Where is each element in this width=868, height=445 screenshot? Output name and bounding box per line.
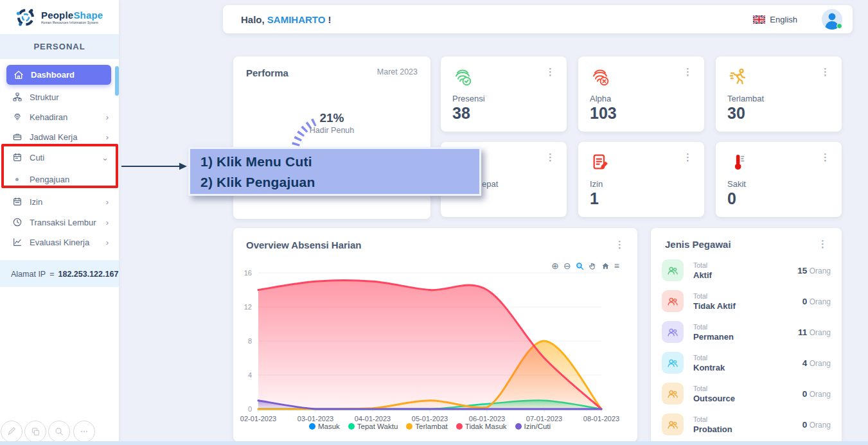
jenis-prefix: Total (693, 292, 736, 300)
kebab-menu-icon[interactable]: ⋮ (545, 67, 555, 76)
kebab-menu-icon[interactable]: ⋮ (820, 67, 830, 76)
users-icon (662, 414, 684, 435)
stat-card-sakit: ⋮ Sakit 0 (716, 142, 842, 217)
search-tool-button[interactable] (48, 421, 70, 442)
pen-tool-button[interactable] (1, 421, 22, 442)
thermometer-icon (727, 152, 748, 173)
users-icon (662, 383, 684, 405)
copy-tool-button[interactable] (24, 421, 46, 442)
chevron-right-icon: › (106, 238, 109, 247)
jenis-name: Permanen (693, 332, 734, 342)
sidebar-item-izin[interactable]: Izin › (0, 193, 119, 210)
jenis-pegawai-title: Jenis Pegawai (665, 239, 731, 250)
brand-subtitle: Human Resources Information System (41, 21, 103, 24)
more-tools-button[interactable] (73, 421, 95, 442)
tutorial-step-1: 1) Klik Menu Cuti (200, 152, 479, 172)
jenis-name: Aktif (693, 270, 712, 280)
app-logo[interactable]: PeopleShape Human Resources Information … (0, 0, 119, 33)
jenis-count: 15 Orang (797, 266, 831, 275)
sidebar-item-cuti[interactable]: Cuti ⌄ (0, 149, 119, 166)
stat-card-izin: ⋮ Izin 1 (578, 142, 704, 217)
chart-legend: MasukTepat WaktuTerlambatTidak MasukIzin… (258, 423, 601, 430)
y-axis-tick: 0 (248, 405, 252, 413)
tutorial-arrow (120, 161, 189, 172)
user-avatar[interactable] (822, 9, 842, 30)
sidebar-scrollbar-thumb[interactable] (115, 66, 119, 96)
area-chart[interactable]: 048121602-01-202303-01-202304-01-202305-… (233, 228, 637, 442)
legend-dot (406, 423, 412, 430)
jenis-row-permanen: Total Permanen 11 Orang (662, 321, 831, 343)
jenis-row-kontrak: Total Kontrak 4 Orang (662, 352, 831, 374)
kebab-menu-icon[interactable]: ⋮ (818, 239, 828, 250)
document-pencil-icon (590, 152, 610, 173)
chevron-right-icon: › (106, 112, 109, 122)
legend-item-tepat-waktu[interactable]: Tepat Waktu (348, 423, 398, 430)
sidebar-item-kehadiran[interactable]: Kehadiran › (0, 109, 119, 125)
stat-card-alpha: ⋮ Alpha 103 (578, 57, 704, 132)
ip-address-bar: Alamat IP = 182.253.122.167 (0, 260, 119, 287)
sidebar-item-struktur[interactable]: Struktur (0, 89, 119, 105)
users-icon (662, 352, 684, 374)
jenis-name: Tidak Aktif (693, 301, 736, 311)
x-axis-tick: 02-01-2023 (240, 415, 276, 423)
users-icon (662, 321, 684, 343)
jenis-name: Kontrak (693, 363, 725, 372)
org-chart-icon (12, 92, 22, 102)
x-axis-tick: 05-01-2023 (412, 415, 448, 423)
legend-dot (456, 423, 463, 430)
jenis-count: 0 Orang (802, 389, 831, 399)
kebab-menu-icon[interactable]: ⋮ (683, 67, 693, 76)
legend-item-masuk[interactable]: Masuk (309, 423, 340, 430)
fingerprint-check-icon (452, 67, 473, 87)
sidebar-item-evaluasi-kinerja[interactable]: Evaluasi Kinerja › (0, 234, 119, 250)
chevron-right-icon: › (106, 197, 109, 207)
stat-card-terlambat: ⋮ Terlambat 30 (716, 57, 842, 132)
ip-address-value: 182.253.122.167 (58, 270, 119, 279)
jenis-name: Outsource (693, 394, 735, 403)
x-axis-tick: 04-01-2023 (355, 415, 391, 423)
kebab-menu-icon[interactable]: ⋮ (545, 152, 555, 162)
bottom-edge-strip (0, 441, 868, 445)
online-status-dot (837, 23, 842, 29)
legend-item-tidak-masuk[interactable]: Tidak Masuk (456, 423, 507, 430)
pen-icon (6, 426, 17, 437)
legend-dot (309, 423, 315, 430)
bullet-dot (15, 178, 19, 181)
tutorial-instruction-box: 1) Klik Menu Cuti 2) Klik Pengajuan (188, 147, 481, 196)
legend-item-izin-cuti[interactable]: Izin/Cuti (515, 423, 551, 430)
more-dots-icon (78, 426, 90, 437)
sidebar-item-dashboard[interactable]: Dashboard (6, 65, 111, 85)
jenis-prefix: Total (693, 261, 712, 269)
chevron-down-icon: ⌄ (102, 153, 109, 162)
y-axis-tick: 16 (244, 269, 252, 277)
chevron-right-icon: › (106, 218, 109, 227)
greeting-text: Halo, SAMIHARTO ! (223, 14, 332, 25)
sidebar: PeopleShape Human Resources Information … (0, 0, 119, 445)
language-label: English (770, 15, 797, 24)
sidebar-item-transaksi-lembur[interactable]: Transaksi Lembur › (0, 214, 119, 231)
language-selector[interactable]: English (753, 15, 797, 24)
y-axis-tick: 4 (248, 371, 252, 379)
y-axis-tick: 8 (248, 337, 252, 345)
username: SAMIHARTO (267, 14, 326, 25)
legend-item-terlambat[interactable]: Terlambat (406, 423, 448, 430)
x-axis-tick: 07-01-2023 (526, 415, 562, 423)
kebab-menu-icon[interactable]: ⋮ (820, 152, 830, 162)
stat-card-presensi: ⋮ Presensi 38 (441, 57, 567, 132)
x-axis-tick: 08-01-2023 (583, 415, 619, 423)
sidebar-section-personal: PERSONAL (0, 34, 119, 59)
sidebar-item-pengajuan[interactable]: Pengajuan (0, 171, 119, 188)
chevron-right-icon: › (106, 132, 109, 142)
jenis-row-aktif: Total Aktif 15 Orang (662, 259, 831, 281)
jenis-name: Probation (693, 424, 732, 434)
gauge-label: Hadir Penuh (233, 126, 430, 135)
x-axis-tick: 06-01-2023 (469, 415, 505, 423)
kebab-menu-icon[interactable]: ⋮ (683, 152, 693, 162)
uk-flag-icon (753, 15, 765, 24)
absensi-chart-card: Overview Absensi Harian ⋮ ⊕ ⊖ ≡ 04812160… (233, 228, 637, 442)
sidebar-item-jadwal-kerja[interactable]: Jadwal Kerja › (0, 128, 119, 145)
jenis-pegawai-card: Jenis Pegawai ⋮ Total Aktif 15 Orang (651, 228, 842, 445)
jenis-prefix: Total (693, 354, 725, 362)
home-icon (13, 70, 24, 80)
chart-line-icon (12, 237, 22, 247)
